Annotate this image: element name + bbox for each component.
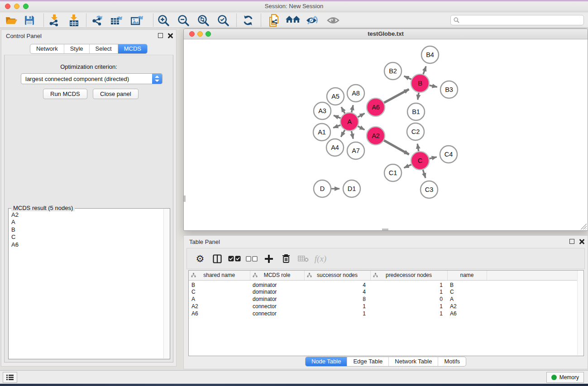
- result-item-A[interactable]: A: [10, 219, 163, 226]
- zoom-fit-button[interactable]: [196, 14, 211, 27]
- edge-A-A7[interactable]: [351, 131, 353, 139]
- graph-node-C1[interactable]: C1: [384, 164, 402, 181]
- cell-MCDS-role[interactable]: dominator: [250, 288, 304, 295]
- graph-node-A2[interactable]: A2: [367, 127, 385, 145]
- network-canvas[interactable]: B4B2BB3A8A5A6A3B1AC2A1A2A4A7C4CC1C3DD1: [184, 39, 587, 230]
- graph-node-A7[interactable]: A7: [347, 142, 364, 159]
- cell-successor-nodes[interactable]: 8: [304, 295, 370, 303]
- optimization-criterion-dropdown[interactable]: largest connected component (directed): [21, 73, 163, 84]
- task-history-button[interactable]: [3, 372, 17, 383]
- cell-shared-name[interactable]: B: [189, 280, 250, 288]
- graph-node-C4[interactable]: C4: [440, 146, 457, 163]
- edge-A-A2[interactable]: [358, 126, 365, 130]
- split-column-button[interactable]: [209, 251, 226, 267]
- edge-A2-C[interactable]: [384, 140, 409, 154]
- column-header-MCDS-role[interactable]: MCDS role: [250, 271, 304, 280]
- result-item-C[interactable]: C: [10, 234, 163, 241]
- cell-name[interactable]: A6: [447, 310, 487, 317]
- graph-node-C2[interactable]: C2: [407, 123, 424, 140]
- cell-name[interactable]: A2: [447, 303, 487, 310]
- cell-MCDS-role[interactable]: connector: [250, 310, 304, 317]
- result-item-A2[interactable]: A2: [10, 211, 163, 219]
- import-table-button[interactable]: [66, 14, 81, 27]
- cell-shared-name[interactable]: A: [189, 295, 250, 303]
- cell-MCDS-role[interactable]: connector: [250, 303, 304, 310]
- graph-node-A8[interactable]: A8: [347, 85, 364, 102]
- close-window-button[interactable]: [5, 4, 10, 9]
- graph-node-A[interactable]: A: [340, 113, 359, 131]
- tab-motifs[interactable]: Motifs: [438, 357, 466, 366]
- edge-B-B2[interactable]: [404, 76, 411, 79]
- float-panel-icon[interactable]: [158, 33, 163, 38]
- duplicate-network-button[interactable]: [266, 14, 282, 27]
- network-minimize-button[interactable]: [197, 31, 203, 37]
- delete-table-button[interactable]: [295, 251, 312, 267]
- table-row[interactable]: Cdominator41C: [189, 288, 578, 295]
- table-close-panel-icon[interactable]: [579, 239, 584, 244]
- tab-edge-table[interactable]: Edge Table: [347, 357, 388, 366]
- column-header-predecessor-nodes[interactable]: predecessor nodes: [370, 271, 447, 280]
- graph-node-B2[interactable]: B2: [384, 62, 402, 80]
- graph-node-D1[interactable]: D1: [343, 180, 360, 197]
- cell-predecessor-nodes[interactable]: 1: [370, 280, 447, 288]
- edge-B-B4[interactable]: [423, 66, 426, 74]
- tab-network[interactable]: Network: [30, 44, 64, 53]
- export-table-button[interactable]: [109, 14, 124, 27]
- cell-shared-name[interactable]: C: [189, 288, 250, 295]
- export-network-button[interactable]: [90, 14, 105, 27]
- cell-successor-nodes[interactable]: 1: [304, 303, 370, 310]
- edge-A6-B[interactable]: [384, 89, 409, 103]
- edge-A-A6[interactable]: [358, 114, 364, 117]
- column-header-successor-nodes[interactable]: successor nodes: [304, 271, 370, 280]
- edge-C-C2[interactable]: [417, 144, 419, 152]
- column-header-shared-name[interactable]: shared name: [189, 271, 250, 280]
- graph-node-B1[interactable]: B1: [407, 103, 425, 120]
- edge-C-C4[interactable]: [429, 157, 436, 159]
- edge-A-A4[interactable]: [341, 130, 345, 137]
- open-file-button[interactable]: [4, 14, 19, 27]
- save-session-button[interactable]: [22, 14, 37, 27]
- run-mcds-button[interactable]: Run MCDS: [43, 89, 87, 99]
- show-panels-button[interactable]: [325, 14, 341, 27]
- edge-C-C1[interactable]: [404, 165, 411, 168]
- table-row[interactable]: A2connector11A2: [189, 303, 578, 310]
- table-row[interactable]: Adominator80A: [189, 295, 578, 303]
- deselect-all-columns-button[interactable]: [243, 251, 260, 267]
- graph-node-D[interactable]: D: [314, 180, 331, 197]
- cell-shared-name[interactable]: A6: [189, 310, 250, 317]
- minimize-window-button[interactable]: [14, 4, 19, 9]
- network-maximize-button[interactable]: [206, 31, 211, 37]
- close-panel-button[interactable]: Close panel: [93, 89, 139, 99]
- edge-C-C3[interactable]: [423, 170, 425, 178]
- edge-A-A8[interactable]: [352, 105, 354, 112]
- cell-shared-name[interactable]: A2: [189, 303, 250, 310]
- home-button[interactable]: [285, 14, 301, 27]
- tab-select[interactable]: Select: [89, 44, 118, 53]
- edge-B-B3[interactable]: [430, 85, 437, 87]
- cell-successor-nodes[interactable]: 1: [304, 310, 370, 317]
- graph-node-A4[interactable]: A4: [326, 139, 344, 156]
- refresh-layout-button[interactable]: [240, 14, 256, 27]
- zoom-out-button[interactable]: [176, 14, 191, 27]
- function-builder-button[interactable]: f(x): [312, 251, 329, 267]
- cell-name[interactable]: A: [447, 295, 487, 303]
- edge-A-A1[interactable]: [333, 125, 340, 128]
- tab-mcds[interactable]: MCDS: [118, 44, 147, 53]
- hide-panels-button[interactable]: [305, 14, 320, 27]
- cell-predecessor-nodes[interactable]: 0: [370, 295, 447, 303]
- select-all-columns-button[interactable]: [226, 251, 243, 267]
- table-float-panel-icon[interactable]: [569, 239, 574, 244]
- graph-node-A1[interactable]: A1: [313, 124, 330, 141]
- tab-style[interactable]: Style: [64, 44, 89, 53]
- cell-predecessor-nodes[interactable]: 1: [370, 310, 447, 317]
- search-input[interactable]: [461, 17, 583, 24]
- cell-MCDS-role[interactable]: dominator: [250, 280, 304, 288]
- table-settings-button[interactable]: ⚙: [191, 251, 209, 267]
- network-close-button[interactable]: [189, 31, 195, 37]
- graph-node-C3[interactable]: C3: [421, 181, 438, 198]
- memory-button[interactable]: Memory: [546, 372, 584, 383]
- cell-predecessor-nodes[interactable]: 1: [370, 288, 447, 295]
- table-row[interactable]: A6connector11A6: [189, 310, 578, 317]
- column-header-name[interactable]: name: [447, 271, 487, 280]
- import-network-button[interactable]: [47, 14, 62, 27]
